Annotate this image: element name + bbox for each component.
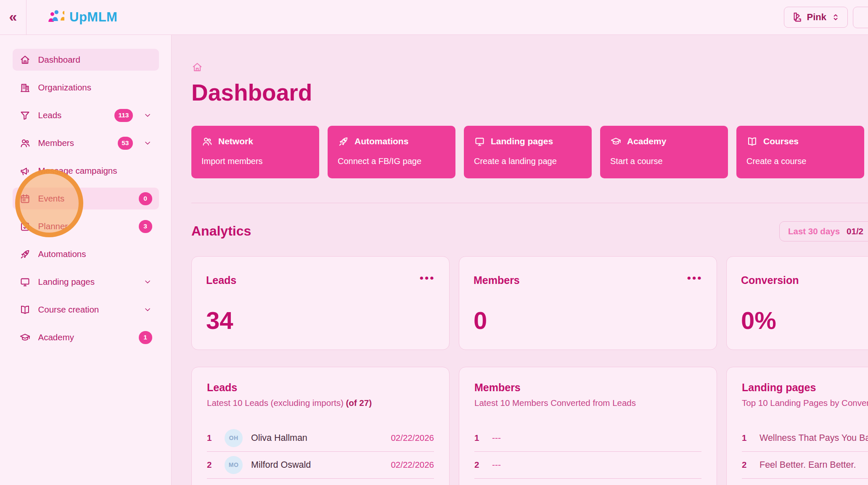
sidebar-item-landing-pages[interactable]: Landing pages [13,271,159,293]
sidebar-item-leads[interactable]: Leads 113 [13,104,159,126]
lead-row[interactable]: 1 OH Oliva Hallman 02/22/2026 [207,425,434,452]
sidebar-item-academy[interactable]: Academy 1 [13,326,159,348]
home-icon [19,54,31,66]
list-title: Leads [207,382,434,394]
funnel-icon [19,110,31,121]
member-row[interactable]: 1 --- [474,425,701,452]
sidebar-item-planner[interactable]: Planner 3 [13,215,159,237]
stat-card-conversion: Conversion 0% [726,256,868,350]
book-icon [746,136,758,147]
sidebar-item-label: Academy [38,332,131,342]
date-range-value: 01/2 [847,226,863,236]
member-row[interactable]: 2 --- [474,452,701,479]
member-placeholder: --- [492,433,701,443]
sidebar-item-label: Dashboard [38,55,152,65]
lead-name: Milford Oswald [251,460,382,470]
row-number: 1 [742,433,751,443]
breadcrumb-home-icon[interactable] [191,61,203,73]
date-range-label: Last 30 days [788,226,840,236]
quick-action-network[interactable]: Network Import members [191,126,319,178]
clipboard-check-icon [19,221,31,232]
chevron-down-icon[interactable] [143,277,152,286]
sidebar-item-events[interactable]: Events 0 [13,188,159,209]
quick-action-title: Courses [763,136,799,146]
select-updown-icon [831,12,841,22]
sidebar-item-course-creation[interactable]: Course creation [13,299,159,321]
lead-row[interactable]: 2 MO Milford Oswald 02/22/2026 [207,452,434,479]
count-badge: 0 [139,192,152,205]
quick-action-subtitle: Start a course [610,156,718,166]
avatar: OH [225,429,243,447]
quick-action-subtitle: Connect a FB/IG page [338,156,445,166]
sidebar-nav: Dashboard Organizations Leads 113 Member… [0,34,172,485]
row-number: 1 [474,433,484,443]
landing-page-row[interactable]: 2 Feel Better. Earn Better. [742,452,868,479]
ellipsis-menu-icon[interactable]: ●●● [687,274,702,281]
row-number: 2 [207,460,216,470]
sidebar-item-dashboard[interactable]: Dashboard [13,49,159,71]
rocket-icon [338,136,349,147]
quick-action-title: Landing pages [491,136,553,146]
row-number: 1 [207,433,216,443]
quick-action-landing-pages[interactable]: Landing pages Create a landing page [464,126,592,178]
count-badge: 3 [139,220,152,233]
building-icon [19,82,31,93]
analytics-heading: Analytics [191,223,251,239]
quick-action-subtitle: Create a landing page [474,156,582,166]
section-divider [191,203,868,203]
leads-list-card: Leads Latest 10 Leads (excluding imports… [191,367,450,485]
chevron-down-icon[interactable] [143,138,152,148]
monitor-icon [19,276,31,288]
stat-value: 34 [206,306,435,334]
stat-card-leads: Leads ●●● 34 [191,256,450,350]
sidebar-item-label: Planner [38,221,131,231]
list-title: Landing pages [742,382,868,394]
megaphone-icon [19,165,31,177]
app-logo[interactable]: UpMLM [46,9,117,26]
sidebar-item-message-campaigns[interactable]: Message campaigns [13,160,159,182]
sidebar-item-label: Members [38,138,111,148]
stat-title: Members [474,274,520,286]
date-range-filter[interactable]: Last 30 days 01/2 [779,221,868,241]
book-icon [19,304,31,315]
sidebar-item-members[interactable]: Members 53 [13,132,159,154]
quick-action-courses[interactable]: Courses Create a course [736,126,864,178]
quick-action-subtitle: Create a course [746,156,854,166]
calendar-icon [19,193,31,204]
sidebar-item-label: Landing pages [38,277,133,287]
list-subtitle: Latest 10 Members Converted from Leads [474,398,701,408]
sidebar-collapse-button[interactable]: « [0,0,26,34]
quick-action-title: Network [218,136,253,146]
landing-page-row[interactable]: 1 Wellness That Pays You Back [742,425,868,452]
chevron-down-icon[interactable] [143,111,152,120]
header-secondary-button[interactable] [853,7,868,28]
lead-date: 02/22/2026 [391,433,434,443]
rocket-icon [19,249,31,260]
header-actions: Pink [784,7,868,28]
count-badge: 113 [114,109,132,122]
list-subtitle: Latest 10 Leads (excluding imports) (of … [207,398,434,408]
lead-date: 02/22/2026 [391,460,434,470]
monitor-icon [474,136,485,147]
ellipsis-menu-icon[interactable]: ●●● [419,274,435,281]
swatch-palette-icon [791,11,803,23]
quick-action-academy[interactable]: Academy Start a course [600,126,728,178]
quick-actions-row: Network Import members Automations Conne… [191,126,868,178]
sidebar-item-label: Leads [38,110,107,120]
chevron-down-icon[interactable] [143,305,152,314]
list-subtitle: Top 10 Landing Pages by Conversions [742,398,868,408]
quick-action-automations[interactable]: Automations Connect a FB/IG page [328,126,455,178]
stat-card-members: Members ●●● 0 [459,256,717,350]
stat-value: 0% [741,306,868,334]
list-title: Members [474,382,701,394]
sidebar-item-label: Organizations [38,82,152,93]
theme-select-button[interactable]: Pink [784,7,848,28]
theme-select-value: Pink [807,12,826,23]
analytics-lists-row: Leads Latest 10 Leads (excluding imports… [191,367,868,485]
sidebar-item-label: Events [38,193,131,204]
page-title: Dashboard [191,80,868,106]
sidebar-item-automations[interactable]: Automations [13,243,159,265]
sidebar-item-organizations[interactable]: Organizations [13,77,159,98]
graduation-cap-icon [19,332,31,343]
brand-name: UpMLM [69,10,117,25]
